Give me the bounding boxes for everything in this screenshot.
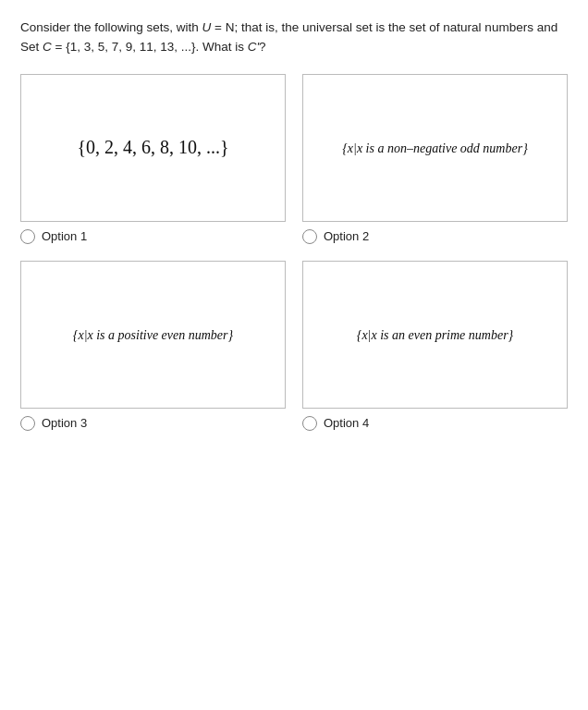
option-3-radio[interactable] (20, 416, 35, 431)
option-2-label-row[interactable]: Option 2 (302, 229, 369, 244)
option-1-label-row[interactable]: Option 1 (20, 229, 87, 244)
option-1-cell: {0, 2, 4, 6, 8, 10, ...} Option 1 (20, 74, 286, 244)
option-4-cell: {x|x is an even prime number} Option 4 (302, 261, 568, 431)
option-1-box[interactable]: {0, 2, 4, 6, 8, 10, ...} (20, 74, 286, 222)
option-3-cell: {x|x is a positive even number} Option 3 (20, 261, 286, 431)
option-3-box[interactable]: {x|x is a positive even number} (20, 261, 286, 409)
question-text: Consider the following sets, with U = N;… (20, 18, 568, 57)
option-3-label: Option 3 (42, 416, 87, 430)
option-3-content: {x|x is a positive even number} (73, 325, 233, 344)
option-3-label-row[interactable]: Option 3 (20, 416, 87, 431)
option-4-label-row[interactable]: Option 4 (302, 416, 369, 431)
option-1-content: {0, 2, 4, 6, 8, 10, ...} (77, 137, 228, 158)
option-2-cell: {x|x is a non–negative odd number} Optio… (302, 74, 568, 244)
option-4-label: Option 4 (324, 416, 369, 430)
option-4-radio[interactable] (302, 416, 317, 431)
option-1-radio[interactable] (20, 229, 35, 244)
option-2-box[interactable]: {x|x is a non–negative odd number} (302, 74, 568, 222)
option-1-label: Option 1 (42, 229, 87, 243)
option-2-label: Option 2 (324, 229, 369, 243)
options-grid: {0, 2, 4, 6, 8, 10, ...} Option 1 {x|x i… (20, 74, 568, 431)
option-2-radio[interactable] (302, 229, 317, 244)
option-4-content: {x|x is an even prime number} (357, 325, 513, 344)
option-2-content: {x|x is a non–negative odd number} (342, 139, 528, 157)
option-4-box[interactable]: {x|x is an even prime number} (302, 261, 568, 409)
